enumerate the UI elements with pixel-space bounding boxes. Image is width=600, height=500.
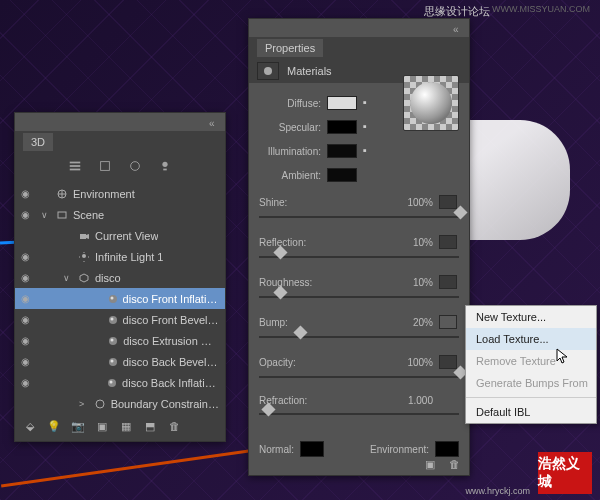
add-icon[interactable]: ⬒: [143, 419, 157, 433]
visibility-eye-icon[interactable]: [21, 271, 35, 285]
disclosure-icon[interactable]: ∨: [41, 210, 51, 220]
tree-row[interactable]: Current View: [15, 225, 225, 246]
texture-map-button[interactable]: [439, 275, 457, 289]
tree-item-label: Infinite Light 1: [95, 251, 164, 263]
slider-track[interactable]: [259, 331, 459, 343]
visibility-eye-icon[interactable]: [21, 376, 35, 390]
texture-map-button[interactable]: [439, 355, 457, 369]
tree-row[interactable]: disco Front Inflation Mat...: [15, 288, 225, 309]
collapse-icon[interactable]: [453, 23, 463, 33]
texture-context-menu[interactable]: New Texture...Load Texture...Remove Text…: [465, 305, 597, 424]
new-doc-icon[interactable]: ▣: [423, 457, 437, 471]
svg-rect-0: [70, 162, 81, 164]
slider-track[interactable]: [259, 408, 459, 420]
slider-track[interactable]: [259, 211, 459, 223]
tree-row[interactable]: disco Back Inflation Material: [15, 372, 225, 393]
filter-light-icon[interactable]: [158, 159, 172, 173]
svg-rect-3: [101, 162, 110, 171]
filter-material-icon[interactable]: [128, 159, 142, 173]
color-swatch[interactable]: [327, 144, 357, 158]
slider-value[interactable]: 1.000: [395, 395, 433, 406]
slider-track[interactable]: [259, 251, 459, 263]
visibility-eye-icon[interactable]: [21, 313, 35, 327]
texture-map-button[interactable]: [439, 195, 457, 209]
slider-value[interactable]: 100%: [395, 357, 433, 368]
scene-icon[interactable]: ⬙: [23, 419, 37, 433]
context-menu-item[interactable]: Load Texture...: [466, 328, 596, 350]
disclosure-icon[interactable]: ∨: [63, 273, 73, 283]
filter-all-icon[interactable]: [68, 159, 82, 173]
slider-track[interactable]: [259, 291, 459, 303]
svg-point-9: [82, 254, 86, 258]
svg-point-4: [131, 162, 140, 171]
slider-value[interactable]: 100%: [395, 197, 433, 208]
map-icon[interactable]: ▪: [363, 120, 377, 134]
color-swatch[interactable]: [327, 168, 357, 182]
color-label: Specular:: [259, 122, 321, 133]
tree-row[interactable]: disco Front Bevel Material: [15, 309, 225, 330]
disclosure-icon[interactable]: >: [79, 399, 89, 409]
tree-row[interactable]: Environment: [15, 183, 225, 204]
mesh-icon: [77, 271, 91, 285]
slider-track[interactable]: [259, 371, 459, 383]
tab-3d[interactable]: 3D: [23, 133, 53, 151]
normal-label: Normal:: [259, 444, 294, 455]
svg-rect-7: [58, 212, 66, 218]
trash-icon[interactable]: 🗑: [447, 457, 461, 471]
slider-label: Roughness:: [259, 277, 312, 288]
panel-3d-header[interactable]: [15, 113, 225, 131]
texture-map-button[interactable]: [439, 235, 457, 249]
light-icon[interactable]: 💡: [47, 419, 61, 433]
tree-row[interactable]: disco Extrusion Material: [15, 330, 225, 351]
watermark-url-bottom: www.hryckj.com: [465, 486, 530, 496]
tree-row[interactable]: ∨Scene: [15, 204, 225, 225]
trash-icon[interactable]: 🗑: [167, 419, 181, 433]
tree-row[interactable]: ∨disco: [15, 267, 225, 288]
visibility-eye-icon[interactable]: [21, 292, 35, 306]
environment-swatch[interactable]: [435, 441, 459, 457]
render-icon[interactable]: ▦: [119, 419, 133, 433]
panel-3d: 3D Environment∨SceneCurrent ViewInfinite…: [14, 112, 226, 442]
texture-map-button[interactable]: [439, 315, 457, 329]
color-swatch[interactable]: [327, 96, 357, 110]
normal-swatch[interactable]: [300, 441, 324, 457]
tree-item-label: Scene: [73, 209, 104, 221]
slider-label: Opacity:: [259, 357, 296, 368]
visibility-eye-icon[interactable]: [21, 334, 35, 348]
scene-tree[interactable]: Environment∨SceneCurrent ViewInfinite Li…: [15, 179, 225, 429]
tree-item-label: disco Front Bevel Material: [123, 314, 219, 326]
tree-item-label: Current View: [95, 230, 158, 242]
svg-point-15: [111, 338, 114, 341]
visibility-eye-icon[interactable]: [21, 187, 35, 201]
context-menu-item[interactable]: Default IBL: [466, 401, 596, 423]
map-icon[interactable]: ▪: [363, 144, 377, 158]
cursor-icon: [556, 348, 572, 368]
tree-item-label: Boundary Constraint 1: [111, 398, 219, 410]
visibility-eye-icon[interactable]: [21, 250, 35, 264]
visibility-eye-icon[interactable]: [21, 355, 35, 369]
color-swatch[interactable]: [327, 120, 357, 134]
svg-point-21: [264, 67, 272, 75]
panel-props-header[interactable]: [249, 19, 469, 37]
svg-point-20: [96, 400, 104, 408]
color-label: Ambient:: [259, 170, 321, 181]
color-label: Illumination:: [259, 146, 321, 157]
context-menu-item[interactable]: New Texture...: [466, 306, 596, 328]
collapse-icon[interactable]: [209, 117, 219, 127]
slider-value[interactable]: 10%: [395, 277, 433, 288]
mesh-icon[interactable]: ▣: [95, 419, 109, 433]
tab-properties[interactable]: Properties: [257, 39, 323, 57]
map-icon[interactable]: ▪: [363, 96, 377, 110]
env-icon: [55, 187, 69, 201]
slider-value[interactable]: 10%: [395, 237, 433, 248]
tree-row[interactable]: disco Back Bevel Material: [15, 351, 225, 372]
filter-mesh-icon[interactable]: [98, 159, 112, 173]
slider-value[interactable]: 20%: [395, 317, 433, 328]
light-icon: [77, 250, 91, 264]
visibility-eye-icon[interactable]: [21, 208, 35, 222]
tree-row[interactable]: Infinite Light 1: [15, 246, 225, 267]
camera-icon[interactable]: 📷: [71, 419, 85, 433]
svg-point-19: [110, 380, 113, 383]
toolbar-3d-filters: [15, 153, 225, 179]
panel-properties: Properties Materials Diffuse:▪Specular:▪…: [248, 18, 470, 476]
